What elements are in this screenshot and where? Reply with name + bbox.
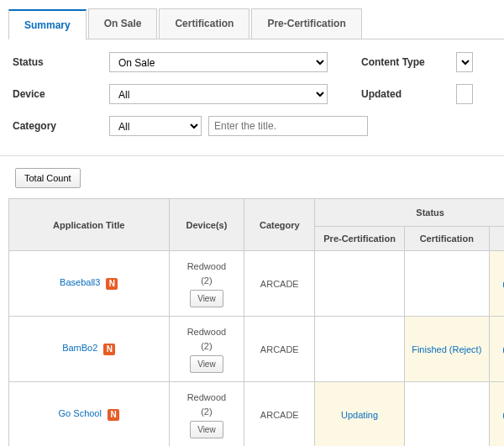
content-type-label: Content Type bbox=[361, 56, 449, 68]
onsale-cell[interactable]: For S (Ready ang bbox=[489, 317, 504, 382]
content-type-select[interactable]: A bbox=[456, 52, 473, 72]
cert-cell[interactable]: Finished (Reject) bbox=[404, 317, 489, 382]
category-cell: ARCADE bbox=[244, 251, 315, 317]
tab-pre-certification[interactable]: Pre-Certification bbox=[251, 8, 361, 39]
table-row: Go School NRedwood(2)ViewARCADEUpdatingS… bbox=[9, 382, 505, 447]
col-precert: Pre-Certification bbox=[315, 227, 405, 251]
view-button[interactable]: View bbox=[190, 290, 223, 307]
col-onsale: On S bbox=[489, 227, 504, 251]
category-cell: ARCADE bbox=[244, 317, 315, 382]
category-label: Category bbox=[13, 120, 109, 132]
onsale-cell[interactable]: For S (Ready ang bbox=[489, 251, 504, 317]
apps-table: Application Title Device(s) Category Sta… bbox=[8, 198, 504, 446]
table-row: Baseball3 NRedwood(2)ViewARCADEFor S (Re… bbox=[9, 251, 505, 317]
col-cert: Certification bbox=[404, 227, 489, 251]
cert-cell bbox=[404, 251, 489, 317]
divider bbox=[0, 155, 504, 156]
tab-summary[interactable]: Summary bbox=[8, 9, 87, 39]
onsale-cell[interactable]: Suspe (Ready ang bbox=[489, 382, 504, 447]
device-cell: Redwood(2)View bbox=[169, 251, 244, 317]
app-title-cell[interactable]: Baseball3 N bbox=[9, 251, 170, 317]
status-label: Status bbox=[13, 56, 109, 68]
device-cell: Redwood(2)View bbox=[169, 382, 244, 447]
precert-cell bbox=[315, 251, 405, 317]
col-devices: Device(s) bbox=[169, 199, 244, 251]
col-app-title: Application Title bbox=[9, 199, 170, 251]
cert-cell bbox=[404, 382, 489, 447]
status-select[interactable]: On Sale bbox=[109, 52, 328, 72]
new-badge-icon: N bbox=[108, 409, 119, 421]
precert-cell bbox=[315, 317, 405, 382]
device-cell: Redwood(2)View bbox=[169, 317, 244, 382]
app-title-cell[interactable]: Go School N bbox=[9, 382, 170, 447]
device-select[interactable]: All bbox=[109, 84, 328, 104]
new-badge-icon: N bbox=[106, 278, 118, 290]
new-badge-icon: N bbox=[103, 344, 115, 355]
category-cell: ARCADE bbox=[244, 382, 315, 447]
device-label: Device bbox=[13, 88, 109, 100]
col-status: Status bbox=[315, 199, 504, 227]
tab-certification[interactable]: Certification bbox=[159, 8, 249, 39]
app-title-cell[interactable]: BamBo2 N bbox=[9, 317, 170, 382]
precert-cell[interactable]: Updating bbox=[315, 382, 405, 447]
filters: Status On Sale Content Type A Device All… bbox=[0, 39, 504, 152]
view-button[interactable]: View bbox=[190, 355, 223, 373]
updated-label: Updated bbox=[361, 88, 449, 100]
tabs: Summary On Sale Certification Pre-Certif… bbox=[8, 8, 504, 39]
title-input[interactable] bbox=[208, 116, 368, 136]
view-button[interactable]: View bbox=[190, 421, 223, 438]
table-row: BamBo2 NRedwood(2)ViewARCADEFinished (Re… bbox=[9, 317, 505, 382]
col-category: Category bbox=[244, 199, 315, 251]
category-select[interactable]: All bbox=[109, 116, 202, 136]
tab-on-sale[interactable]: On Sale bbox=[88, 8, 158, 39]
total-count-button[interactable]: Total Count bbox=[15, 168, 81, 188]
updated-input[interactable] bbox=[456, 84, 473, 104]
